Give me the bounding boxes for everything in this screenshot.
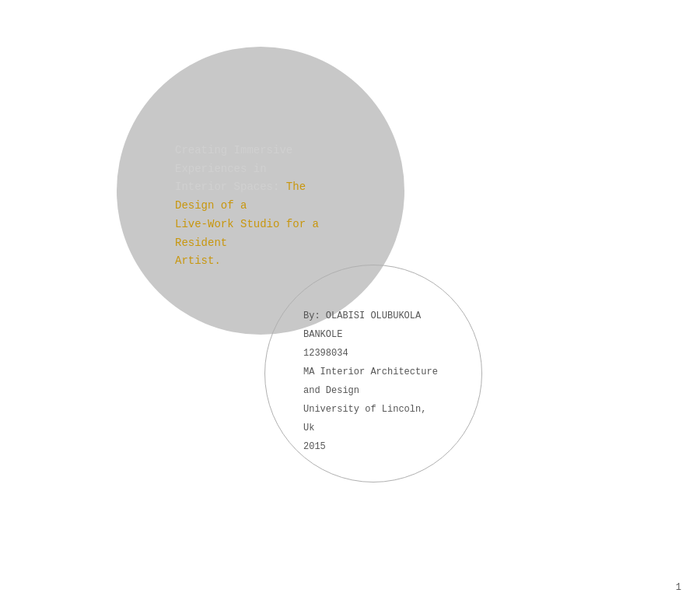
small-circle: By: OLABISI OLUBUKOLA BANKOLE 12398034 M… bbox=[264, 265, 482, 482]
author-name: By: OLABISI OLUBUKOLA BANKOLE bbox=[303, 307, 443, 344]
university-name: University of Lincoln, Uk bbox=[303, 400, 443, 437]
year: 2015 bbox=[303, 437, 443, 456]
small-circle-text: By: OLABISI OLUBUKOLA BANKOLE 12398034 M… bbox=[296, 299, 451, 464]
large-circle-text: Creating Immersive Experiences inInterio… bbox=[167, 134, 338, 279]
student-id: 12398034 bbox=[303, 344, 443, 363]
title-highlight-part: The Design of aLive-Work Studio for a Re… bbox=[175, 181, 319, 267]
page-number: 1 bbox=[676, 582, 681, 593]
page-container: Creating Immersive Experiences inInterio… bbox=[0, 0, 700, 607]
title-plain-part1: Creating Immersive Experiences inInterio… bbox=[175, 144, 292, 194]
program-name: MA Interior Architecture and Design bbox=[303, 363, 443, 400]
